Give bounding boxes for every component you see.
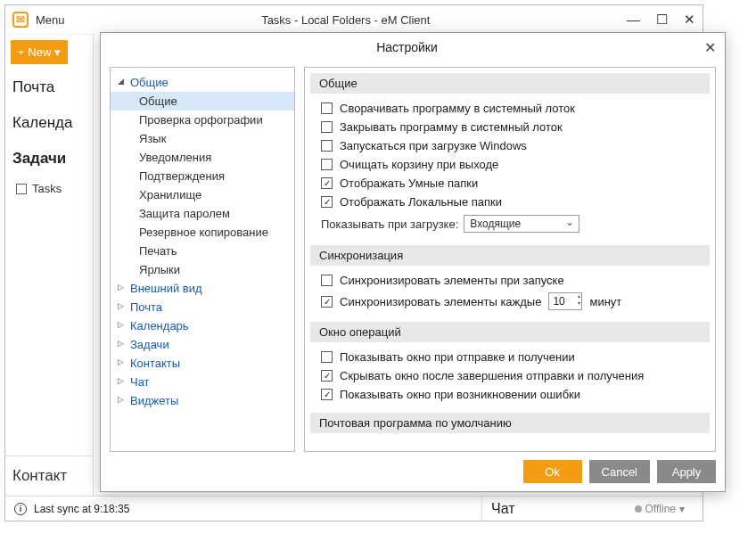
check-local-folders[interactable]: Отображать Локальные папки — [321, 193, 699, 211]
sync-icon: i — [14, 503, 27, 515]
tree-general-sub-1[interactable]: Проверка орфографии — [111, 111, 294, 129]
menu-button[interactable]: Menu — [36, 13, 65, 27]
checkbox-icon[interactable] — [321, 196, 333, 208]
check-hide-after[interactable]: Скрывать окно после завершения отправки … — [321, 366, 699, 385]
status-dot-icon — [635, 505, 642, 513]
check-sync-startup[interactable]: Синхронизировать элементы при запуске — [321, 271, 699, 290]
check-show-error[interactable]: Показывать окно при возникновении ошибки — [321, 385, 699, 404]
app-icon: ✉ — [12, 12, 29, 28]
dialog-title: Настройки — [110, 40, 704, 54]
tree-general[interactable]: ◢ Общие — [111, 73, 294, 92]
dialog-footer: Ok Cancel Apply — [101, 452, 725, 491]
chat-panel[interactable]: Чат Offline ▾ — [481, 497, 694, 521]
nav-mail[interactable]: Почта — [5, 70, 93, 105]
checkbox-icon[interactable] — [321, 275, 333, 286]
left-sidebar: + New ▾ Почта Календа Задачи Tasks Конта… — [5, 34, 93, 496]
tree-general-sub-6[interactable]: Защита паролем — [111, 204, 294, 223]
tree-general-label: Общие — [130, 76, 168, 89]
checkbox-icon[interactable] — [321, 389, 333, 400]
last-sync-text: Last sync at 9:18:35 — [34, 503, 129, 515]
dialog-titlebar: Настройки ✕ — [101, 33, 725, 62]
window-title: Tasks - Local Folders - eM Client — [65, 13, 627, 27]
tree-general-sub-4[interactable]: Подтверждения — [111, 167, 294, 185]
tree-general-sub-7[interactable]: Резервное копирование — [111, 223, 294, 242]
checkbox-icon[interactable] — [321, 370, 333, 382]
check-sync-interval[interactable]: Синхронизировать элементы каждые 10 мину… — [321, 290, 699, 313]
section-header-default-mail: Почтовая программа по умолчанию — [310, 413, 710, 433]
arrow-right-icon: ▷ — [118, 376, 124, 385]
chevron-down-icon: ▾ — [679, 503, 685, 515]
checkbox-icon[interactable] — [321, 121, 333, 133]
settings-content[interactable]: Общие Сворачивать программу в системный … — [304, 67, 716, 452]
startup-dropdown[interactable]: Входящие — [464, 215, 579, 233]
settings-tree[interactable]: ◢ Общие Общие Проверка орфографии Язык У… — [110, 67, 295, 452]
tree-calendar[interactable]: ▷Календарь — [111, 316, 294, 335]
section-body-ops: Показывать окно при отправке и получении… — [305, 344, 715, 407]
check-windows-startup[interactable]: Запускаться при загрузке Windows — [321, 136, 699, 155]
sync-interval-label-left: Синхронизировать элементы каждые — [340, 295, 541, 308]
tree-appearance[interactable]: ▷Внешний вид — [111, 279, 294, 298]
statusbar: i Last sync at 9:18:35 Чат Offline ▾ — [5, 496, 703, 521]
tree-widgets[interactable]: ▷Виджеты — [111, 391, 294, 410]
tree-general-sub-3[interactable]: Уведомления — [111, 148, 294, 167]
tree-general-sub-0[interactable]: Общие — [111, 92, 294, 111]
tree-general-sub-2[interactable]: Язык — [111, 129, 294, 148]
section-header-general: Общие — [310, 73, 710, 94]
arrow-right-icon: ▷ — [118, 339, 124, 348]
nav-tasks[interactable]: Задачи — [5, 141, 93, 176]
new-button[interactable]: + New ▾ — [11, 40, 68, 64]
nav-contacts[interactable]: Контакт — [5, 456, 93, 496]
window-controls: — ☐ ✕ — [627, 12, 695, 28]
settings-dialog: Настройки ✕ ◢ Общие Общие Проверка орфог… — [100, 32, 726, 492]
plus-icon: + — [18, 45, 25, 59]
section-header-ops: Окно операций — [310, 322, 710, 342]
arrow-right-icon: ▷ — [118, 283, 124, 291]
tree-tasks[interactable]: ▷Задачи — [111, 335, 294, 354]
tasks-folder-label: Tasks — [32, 182, 62, 195]
tree-mail[interactable]: ▷Почта — [111, 298, 294, 316]
maximize-button[interactable]: ☐ — [656, 12, 668, 28]
main-titlebar: ✉ Menu Tasks - Local Folders - eM Client… — [5, 5, 703, 34]
tasks-folder[interactable]: Tasks — [5, 176, 93, 201]
arrow-down-icon: ◢ — [118, 77, 124, 86]
status-offline[interactable]: Offline ▾ — [635, 503, 685, 515]
dialog-close-button[interactable]: ✕ — [704, 39, 716, 56]
nav-calendar[interactable]: Календа — [5, 105, 93, 141]
apply-button[interactable]: Apply — [657, 460, 716, 483]
arrow-right-icon: ▷ — [118, 395, 124, 404]
new-button-label: New — [28, 45, 51, 59]
close-button[interactable]: ✕ — [684, 12, 695, 28]
chevron-down-icon: ▾ — [54, 45, 61, 59]
startup-show-row: Показывать при загрузке: Входящие — [321, 211, 699, 236]
tree-general-sub-9[interactable]: Ярлыки — [111, 260, 294, 279]
cancel-button[interactable]: Cancel — [589, 460, 650, 483]
section-body-sync: Синхронизировать элементы при запуске Си… — [305, 267, 715, 316]
checkbox-icon[interactable] — [321, 159, 333, 170]
checkbox-icon[interactable] — [321, 140, 333, 152]
check-empty-trash[interactable]: Очищать корзину при выходе — [321, 155, 699, 174]
sync-interval-input[interactable]: 10 — [548, 292, 582, 310]
section-body-general: Сворачивать программу в системный лоток … — [305, 95, 715, 240]
check-close-tray[interactable]: Закрывать программу в системный лоток — [321, 118, 699, 136]
dialog-body: ◢ Общие Общие Проверка орфографии Язык У… — [101, 62, 725, 452]
ok-button[interactable]: Ok — [523, 460, 582, 483]
check-show-sendrecv[interactable]: Показывать окно при отправке и получении — [321, 348, 699, 366]
chat-label: Чат — [491, 501, 515, 517]
section-header-sync: Синхронизация — [310, 245, 710, 266]
checkbox-icon[interactable] — [321, 177, 333, 189]
tree-chat[interactable]: ▷Чат — [111, 373, 294, 391]
minimize-button[interactable]: — — [627, 12, 640, 28]
tree-general-sub-8[interactable]: Печать — [111, 242, 294, 260]
checkbox-icon[interactable] — [321, 351, 333, 363]
checkbox-icon[interactable] — [321, 103, 333, 114]
arrow-right-icon: ▷ — [118, 301, 124, 310]
offline-label: Offline — [645, 503, 676, 515]
arrow-right-icon: ▷ — [118, 357, 124, 366]
tree-contacts[interactable]: ▷Контакты — [111, 354, 294, 373]
arrow-right-icon: ▷ — [118, 320, 124, 329]
checkbox-icon[interactable] — [321, 296, 333, 308]
check-smart-folders[interactable]: Отображать Умные папки — [321, 174, 699, 193]
startup-label: Показывать при загрузке: — [321, 218, 458, 231]
tree-general-sub-5[interactable]: Хранилище — [111, 185, 294, 204]
check-minimize-tray[interactable]: Сворачивать программу в системный лоток — [321, 99, 699, 118]
